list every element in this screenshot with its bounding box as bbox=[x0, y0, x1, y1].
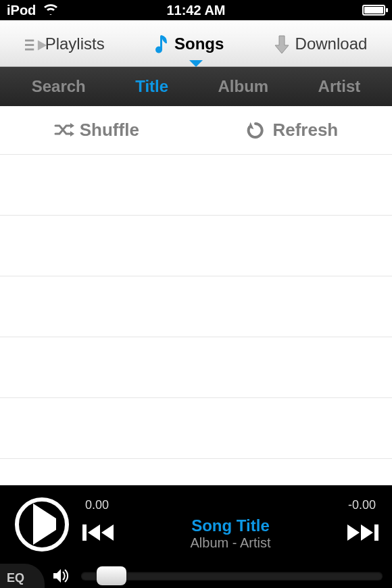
list-item[interactable] bbox=[0, 276, 392, 337]
svg-rect-2 bbox=[25, 48, 34, 50]
download-arrow-icon bbox=[274, 34, 290, 53]
svg-rect-0 bbox=[25, 39, 34, 41]
sort-artist[interactable]: Artist bbox=[318, 77, 361, 96]
battery-icon bbox=[362, 5, 385, 16]
view-toolbar: Playlists Songs Download bbox=[0, 20, 392, 67]
download-tab[interactable]: Download bbox=[274, 34, 368, 53]
playlists-tab[interactable]: Playlists bbox=[25, 34, 105, 53]
sort-album[interactable]: Album bbox=[218, 77, 269, 96]
shuffle-button[interactable]: Shuffle bbox=[54, 120, 139, 141]
svg-rect-4 bbox=[374, 524, 378, 541]
volume-slider[interactable] bbox=[81, 572, 383, 580]
eq-button[interactable]: EQ bbox=[0, 564, 45, 588]
songs-tab[interactable]: Songs bbox=[154, 34, 224, 53]
refresh-icon bbox=[247, 122, 266, 139]
sort-search[interactable]: Search bbox=[32, 77, 86, 96]
device-label: iPod bbox=[7, 3, 36, 18]
previous-track-button[interactable] bbox=[82, 522, 115, 545]
list-item[interactable] bbox=[0, 398, 392, 459]
playlists-icon bbox=[25, 37, 40, 51]
list-actions: Shuffle Refresh bbox=[0, 106, 392, 155]
status-bar: iPod 11:42 AM bbox=[0, 0, 392, 20]
album-artist: Album - Artist bbox=[191, 535, 271, 551]
list-item[interactable] bbox=[0, 216, 392, 276]
shuffle-label: Shuffle bbox=[80, 120, 139, 141]
svg-rect-3 bbox=[82, 524, 87, 541]
playlists-label: Playlists bbox=[45, 34, 105, 53]
time-remaining: -0.00 bbox=[348, 498, 376, 512]
sort-bar: Search Title Album Artist bbox=[0, 67, 392, 106]
now-playing-bar: 0.00 -0.00 Song Title Album - Artist EQ bbox=[0, 485, 392, 588]
refresh-button[interactable]: Refresh bbox=[247, 120, 338, 141]
volume-thumb[interactable] bbox=[97, 566, 126, 585]
list-item[interactable] bbox=[0, 459, 392, 485]
next-track-button[interactable] bbox=[346, 522, 378, 545]
songs-label: Songs bbox=[174, 34, 224, 53]
time-elapsed: 0.00 bbox=[85, 498, 109, 512]
list-item[interactable] bbox=[0, 337, 392, 398]
song-list[interactable] bbox=[0, 155, 392, 485]
refresh-label: Refresh bbox=[272, 120, 338, 141]
svg-rect-1 bbox=[25, 44, 34, 46]
sort-title[interactable]: Title bbox=[135, 77, 168, 96]
wifi-icon bbox=[43, 3, 59, 18]
play-icon bbox=[28, 518, 56, 531]
music-note-icon bbox=[154, 34, 169, 53]
play-button[interactable] bbox=[15, 497, 69, 552]
volume-icon bbox=[53, 568, 70, 583]
active-tab-caret-icon bbox=[189, 60, 203, 67]
track-meta[interactable]: Song Title Album - Artist bbox=[191, 516, 271, 551]
list-item[interactable] bbox=[0, 155, 392, 216]
download-label: Download bbox=[295, 34, 368, 53]
shuffle-icon bbox=[54, 122, 73, 139]
song-title: Song Title bbox=[191, 516, 271, 535]
